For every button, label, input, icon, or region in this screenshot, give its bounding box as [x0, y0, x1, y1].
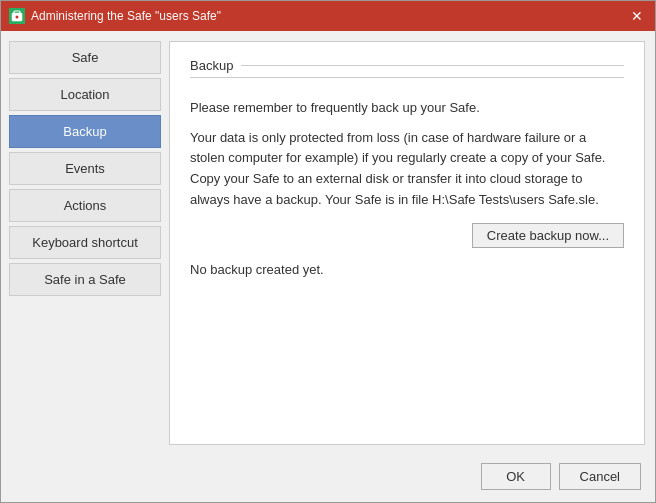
close-button[interactable]: ✕	[627, 6, 647, 26]
backup-text-1: Please remember to frequently back up yo…	[190, 98, 624, 118]
no-backup-text: No backup created yet.	[190, 262, 624, 277]
backup-text-2: Your data is only protected from loss (i…	[190, 128, 624, 211]
create-backup-button[interactable]: Create backup now...	[472, 223, 624, 248]
sidebar-item-actions[interactable]: Actions	[9, 189, 161, 222]
content-area: Backup Please remember to frequently bac…	[169, 41, 645, 445]
ok-button[interactable]: OK	[481, 463, 551, 490]
sidebar-item-safe-in-a-safe[interactable]: Safe in a Safe	[9, 263, 161, 296]
title-bar: Administering the Safe "users Safe" ✕	[1, 1, 655, 31]
dialog-window: Administering the Safe "users Safe" ✕ Sa…	[0, 0, 656, 503]
sidebar-item-location[interactable]: Location	[9, 78, 161, 111]
backup-button-row: Create backup now...	[190, 223, 624, 248]
app-icon	[9, 8, 25, 24]
sidebar-item-events[interactable]: Events	[9, 152, 161, 185]
dialog-footer: OK Cancel	[1, 455, 655, 502]
section-title-row: Backup	[190, 58, 624, 78]
section-title: Backup	[190, 58, 233, 73]
backup-section: Please remember to frequently back up yo…	[190, 90, 624, 285]
sidebar-item-backup[interactable]: Backup	[9, 115, 161, 148]
cancel-button[interactable]: Cancel	[559, 463, 641, 490]
svg-point-2	[16, 16, 19, 19]
sidebar-item-keyboard-shortcut[interactable]: Keyboard shortcut	[9, 226, 161, 259]
dialog-title: Administering the Safe "users Safe"	[31, 9, 221, 23]
dialog-body: SafeLocationBackupEventsActionsKeyboard …	[1, 31, 655, 455]
title-bar-left: Administering the Safe "users Safe"	[9, 8, 221, 24]
sidebar-item-safe[interactable]: Safe	[9, 41, 161, 74]
sidebar: SafeLocationBackupEventsActionsKeyboard …	[1, 31, 169, 455]
